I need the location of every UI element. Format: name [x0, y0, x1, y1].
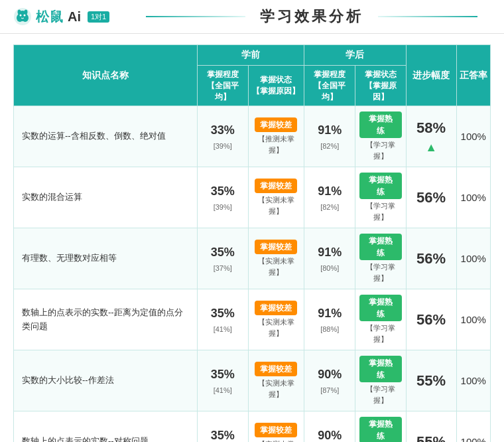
table-row: 实数的运算--含相反数、倒数、绝对值33%[39%]掌握较差【推测未掌握】91%…	[14, 106, 491, 167]
up-arrow-icon: ▲	[425, 141, 437, 154]
table-row: 实数的混合运算35%[39%]掌握较差【实测未掌握】91%[82%]掌握熟练【学…	[14, 167, 491, 228]
col-after: 学后	[304, 45, 407, 66]
logo-ai-text: Ai	[68, 9, 81, 25]
cell-before-pct: 35%[41%]	[197, 350, 248, 411]
cell-after-badge: 掌握熟练【学习掌握】	[355, 350, 406, 411]
logo-text: 松鼠	[36, 8, 64, 26]
sub-before-mastery: 掌握程度 【全国平均】	[197, 66, 248, 106]
table-header-top: 知识点名称 学前 学后 进步幅度 正答率	[14, 45, 491, 66]
sub-after-state: 掌握状态 【掌握原因】	[355, 66, 406, 106]
cell-progress: 56%	[406, 228, 456, 289]
cell-before-badge: 掌握较差【实测未掌握】	[248, 289, 304, 350]
cell-after-pct: 91%[82%]	[304, 106, 355, 167]
cell-correct-rate: 100%	[456, 350, 490, 411]
cell-before-badge: 掌握较差【实测未掌握】	[248, 350, 304, 411]
cell-before-pct: 35%[37%]	[197, 228, 248, 289]
sub-after-mastery: 掌握程度 【全国平均】	[304, 66, 355, 106]
table-row: 数轴上的点表示的实数--距离为定值的点分类问题35%[41%]掌握较差【实测未掌…	[14, 289, 491, 350]
cell-after-pct: 91%[88%]	[304, 289, 355, 350]
logo-area: 松鼠 Ai 1对1	[13, 7, 133, 26]
table-row: 实数的大小比较--作差法35%[41%]掌握较差【实测未掌握】90%[87%]掌…	[14, 350, 491, 411]
col-progress: 进步幅度	[406, 45, 456, 106]
col-name: 知识点名称	[14, 45, 198, 106]
col-before: 学前	[197, 45, 304, 66]
results-table: 知识点名称 学前 学后 进步幅度 正答率 掌握程度 【全国平均】 掌握状态 【掌…	[13, 44, 491, 442]
cell-before-pct: 35%[39%]	[197, 167, 248, 228]
cell-knowledge-name: 数轴上的点表示的实数--对称问题	[14, 411, 198, 442]
table-row: 有理数、无理数对应相等35%[37%]掌握较差【实测未掌握】91%[80%]掌握…	[14, 228, 491, 289]
cell-knowledge-name: 数轴上的点表示的实数--距离为定值的点分类问题	[14, 289, 198, 350]
svg-point-6	[18, 10, 21, 15]
cell-knowledge-name: 实数的运算--含相反数、倒数、绝对值	[14, 106, 198, 167]
table-wrapper: 知识点名称 学前 学后 进步幅度 正答率 掌握程度 【全国平均】 掌握状态 【掌…	[0, 34, 504, 442]
cell-correct-rate: 100%	[456, 106, 490, 167]
cell-after-badge: 掌握熟练【学习掌握】	[355, 167, 406, 228]
cell-after-pct: 91%[82%]	[304, 167, 355, 228]
svg-point-5	[24, 15, 26, 17]
cell-before-pct: 35%[41%]	[197, 289, 248, 350]
cell-correct-rate: 100%	[456, 167, 490, 228]
svg-point-4	[20, 15, 22, 17]
cell-correct-rate: 100%	[456, 289, 490, 350]
divider-left	[146, 16, 245, 17]
table-body: 实数的运算--含相反数、倒数、绝对值33%[39%]掌握较差【推测未掌握】91%…	[14, 106, 491, 442]
divider-right	[378, 16, 477, 17]
cell-after-pct: 91%[80%]	[304, 228, 355, 289]
cell-progress: 56%	[406, 167, 456, 228]
cell-correct-rate: 100%	[456, 228, 490, 289]
squirrel-icon	[13, 7, 32, 26]
page-title: 学习效果分析	[259, 7, 365, 27]
cell-after-badge: 掌握熟练【学习掌握】	[355, 106, 406, 167]
cell-before-badge: 掌握较差【实测未掌握】	[248, 167, 304, 228]
cell-before-badge: 掌握较差【实测未掌握】	[248, 411, 304, 442]
cell-before-badge: 掌握较差【推测未掌握】	[248, 106, 304, 167]
cell-knowledge-name: 实数的大小比较--作差法	[14, 350, 198, 411]
cell-before-badge: 掌握较差【实测未掌握】	[248, 228, 304, 289]
cell-knowledge-name: 有理数、无理数对应相等	[14, 228, 198, 289]
col-correct: 正答率	[456, 45, 490, 106]
cell-correct-rate: 100%	[456, 411, 490, 442]
badge-1v1: 1对1	[88, 11, 109, 23]
svg-point-7	[25, 10, 28, 15]
cell-before-pct: 33%[39%]	[197, 106, 248, 167]
page-header: 松鼠 Ai 1对1 学习效果分析	[0, 0, 504, 34]
cell-progress: 55%	[406, 350, 456, 411]
cell-after-badge: 掌握熟练【学习掌握】	[355, 411, 406, 442]
cell-progress: 58% ▲	[406, 106, 456, 167]
table-row: 数轴上的点表示的实数--对称问题35%[37%]掌握较差【实测未掌握】90%[7…	[14, 411, 491, 442]
cell-after-badge: 掌握熟练【学习掌握】	[355, 228, 406, 289]
cell-before-pct: 35%[37%]	[197, 411, 248, 442]
cell-after-pct: 90%[77%]	[304, 411, 355, 442]
cell-progress: 55%	[406, 411, 456, 442]
cell-progress: 56%	[406, 289, 456, 350]
sub-before-state: 掌握状态 【掌握原因】	[248, 66, 304, 106]
cell-after-badge: 掌握熟练【学习掌握】	[355, 289, 406, 350]
cell-after-pct: 90%[87%]	[304, 350, 355, 411]
cell-knowledge-name: 实数的混合运算	[14, 167, 198, 228]
